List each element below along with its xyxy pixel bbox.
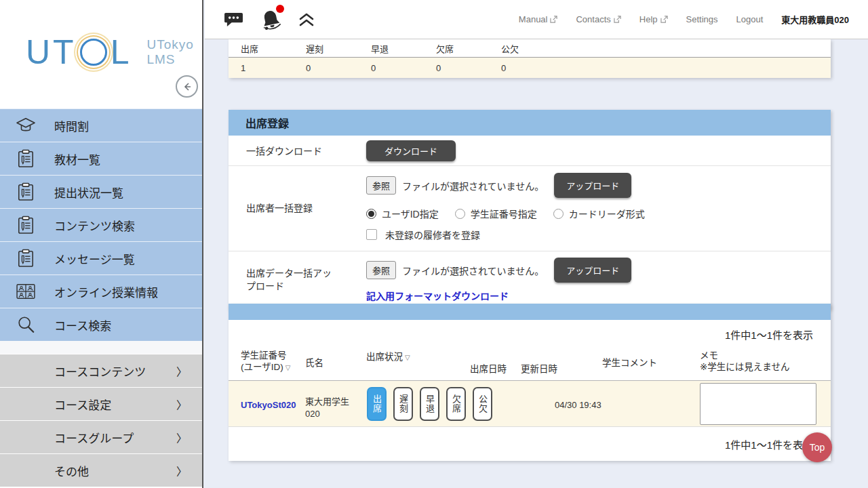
- logo-text-prefix: UT: [26, 33, 77, 72]
- browse-file-button[interactable]: 参照: [366, 261, 396, 279]
- students-table-header-row: 学生証番号 (ユーザID)▽ 氏名 出席状況▽ 出席日時 更新日時 学生コメント…: [229, 342, 831, 381]
- collapse-header-button[interactable]: [298, 12, 315, 27]
- upload-button[interactable]: アップロード: [554, 173, 631, 198]
- showing-count-bottom: 1件中1〜1件を表示: [229, 427, 831, 461]
- student-id-link[interactable]: UTokyoSt020: [241, 400, 296, 410]
- summary-value-absent: 0: [436, 63, 501, 73]
- header-student-comment: 学生コメント: [602, 358, 657, 369]
- external-link-icon: [614, 16, 621, 23]
- speech-bubble-icon: [224, 11, 243, 28]
- double-chevron-up-icon: [298, 12, 315, 27]
- summary-value-row: 1 0 0 0 0: [229, 58, 831, 78]
- header-student-id[interactable]: 学生証番号 (ユーザID)▽: [241, 350, 290, 373]
- chevron-right-icon: 〉: [176, 429, 187, 445]
- sidebar-item-submission-status[interactable]: 提出状況一覧: [0, 175, 202, 208]
- summary-header-excused: 公欠: [501, 42, 566, 55]
- status-button-group: 出席 遅刻 早退 欠席 公欠: [367, 387, 492, 421]
- status-button-early-leave[interactable]: 早退: [420, 387, 439, 421]
- header-updated-datetime: 更新日時: [521, 364, 557, 375]
- logo-o-ring-icon: [80, 39, 107, 66]
- header-status[interactable]: 出席状況▽: [366, 352, 410, 363]
- bulk-upload-row: 出席データ一括アップロード 参照 ファイルが選択されていません。 アップロード …: [229, 251, 831, 310]
- people-grid-icon: [15, 283, 37, 300]
- status-button-absent[interactable]: 欠席: [446, 387, 466, 421]
- attendance-summary-table: 出席 遅刻 早退 欠席 公欠 1 0 0 0 0: [229, 39, 831, 78]
- radio-card-reader[interactable]: [553, 209, 564, 219]
- memo-textarea[interactable]: [700, 383, 816, 425]
- sidebar-item-timetable[interactable]: 時間割: [0, 108, 202, 142]
- sidebar: UT L UTokyo LMS 時間割 教材一覧 提: [0, 0, 203, 488]
- browse-file-button[interactable]: 参照: [366, 176, 396, 195]
- summary-header-absent: 欠席: [436, 42, 501, 55]
- sidebar-item-others[interactable]: その他 〉: [0, 453, 202, 487]
- status-button-present[interactable]: 出席: [367, 387, 387, 421]
- collapse-sidebar-button[interactable]: [176, 75, 198, 98]
- showing-count-top: 1件中1〜1件を表示: [229, 320, 831, 342]
- status-button-late[interactable]: 遅刻: [393, 387, 413, 421]
- utol-logo: UT L UTokyo LMS: [26, 33, 194, 72]
- external-link-icon: [550, 16, 557, 23]
- clipboard-icon: [15, 182, 37, 201]
- current-user-label[interactable]: 東大用教職員020: [781, 13, 849, 26]
- sidebar-item-course-settings[interactable]: コース設定 〉: [0, 387, 202, 420]
- bulk-register-row: 出席者一括登録 参照 ファイルが選択されていません。 アップロード ユーザID指…: [229, 165, 831, 251]
- messages-button[interactable]: [224, 11, 243, 28]
- sidebar-item-course-search[interactable]: コース検索: [0, 308, 202, 341]
- sidebar-item-online-class-info[interactable]: オンライン授業情報: [0, 274, 202, 308]
- file-status-text: ファイルが選択されていません。: [402, 264, 544, 277]
- external-link-icon: [660, 16, 668, 23]
- search-icon: [15, 315, 37, 334]
- section-title: 出席登録: [229, 110, 831, 136]
- clipboard-icon: [15, 216, 37, 235]
- updated-datetime-value: 04/30 19:43: [555, 400, 601, 410]
- download-button[interactable]: ダウンロード: [366, 140, 456, 161]
- settings-link[interactable]: Settings: [686, 14, 718, 24]
- students-table-section: 1件中1〜1件を表示 学生証番号 (ユーザID)▽ 氏名 出席状況▽ 出席日時 …: [229, 304, 831, 461]
- format-download-link[interactable]: 記入用フォーマットダウンロード: [366, 289, 509, 302]
- memo-cell: [700, 383, 816, 427]
- student-row: UTokyoSt020 東大用学生020 出席 遅刻 早退 欠席 公欠 04/3…: [229, 381, 831, 427]
- summary-value-excused: 0: [501, 63, 566, 73]
- sidebar-item-course-group[interactable]: コースグループ 〉: [0, 420, 202, 453]
- status-button-excused[interactable]: 公欠: [473, 387, 492, 421]
- sidebar-item-content-search[interactable]: コンテンツ検索: [0, 208, 202, 241]
- summary-value-late: 0: [306, 63, 371, 73]
- manual-link[interactable]: Manual: [519, 14, 558, 24]
- clipboard-icon: [15, 249, 37, 268]
- summary-value-present: 1: [241, 63, 306, 73]
- table-header-bar: [229, 304, 831, 320]
- logo-letters: UT L: [26, 33, 132, 72]
- register-unenrolled-checkbox[interactable]: [366, 229, 377, 240]
- help-link[interactable]: Help: [639, 14, 668, 24]
- arrow-left-icon: [182, 81, 193, 92]
- logout-link[interactable]: Logout: [736, 14, 764, 24]
- radio-student-number[interactable]: [455, 209, 465, 219]
- chevron-right-icon: 〉: [176, 462, 187, 479]
- notifications-button[interactable]: [260, 8, 282, 31]
- logo-area: UT L UTokyo LMS: [0, 0, 202, 108]
- topbar: Manual Contacts Help Settings Logout 東大用…: [205, 0, 868, 39]
- summary-value-early-leave: 0: [371, 63, 436, 73]
- header-name: 氏名: [305, 358, 323, 369]
- sort-icon[interactable]: ▽: [285, 364, 291, 371]
- sidebar-item-messages[interactable]: メッセージ一覧: [0, 241, 202, 274]
- sidebar-divider: [0, 341, 202, 354]
- sort-icon[interactable]: ▽: [405, 354, 410, 361]
- chevron-right-icon: 〉: [176, 363, 187, 379]
- header-memo: メモ ※学生には見えません: [700, 350, 789, 373]
- student-name: 東大用学生020: [305, 396, 361, 420]
- upload-button[interactable]: アップロード: [554, 258, 631, 283]
- clipboard-icon: [15, 149, 37, 168]
- summary-header-row: 出席 遅刻 早退 欠席 公欠: [229, 39, 831, 58]
- graduation-cap-icon: [15, 117, 37, 134]
- scroll-to-top-button[interactable]: Top: [802, 432, 832, 462]
- contacts-link[interactable]: Contacts: [576, 14, 620, 24]
- chevron-right-icon: 〉: [176, 396, 187, 412]
- radio-user-id[interactable]: [366, 209, 376, 219]
- sidebar-item-course-contents[interactable]: コースコンテンツ 〉: [0, 354, 202, 387]
- summary-header-present: 出席: [241, 42, 306, 55]
- summary-header-early-leave: 早退: [371, 42, 436, 55]
- logo-subtitle: UTokyo LMS: [146, 37, 193, 67]
- attendance-register-section: 出席登録 一括ダウンロード ダウンロード 出席者一括登録 参照 ファイルが選択さ…: [229, 110, 831, 310]
- sidebar-item-materials[interactable]: 教材一覧: [0, 142, 202, 175]
